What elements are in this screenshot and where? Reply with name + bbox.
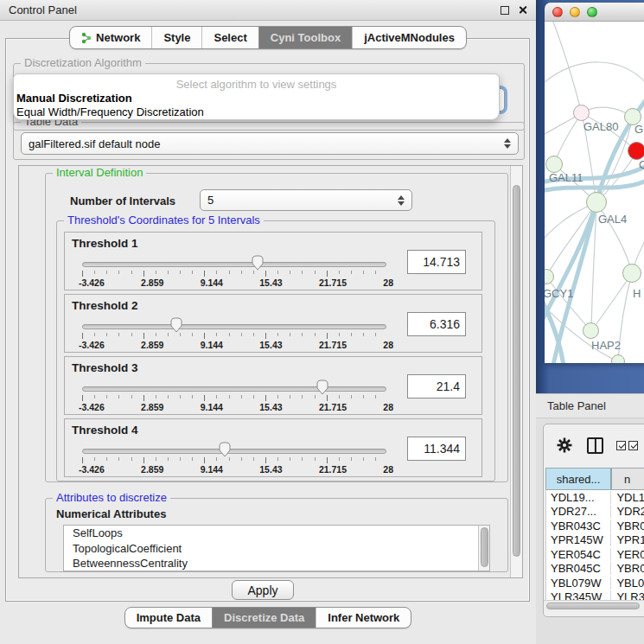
tab-jactivemnodules[interactable]: jActiveMNodules bbox=[352, 27, 466, 48]
slider-tick-labels: -3.4262.8599.14415.4321.71528 bbox=[79, 464, 393, 475]
list-item[interactable]: BetweennessCentrality bbox=[64, 556, 489, 571]
stepper-arrows-icon bbox=[499, 138, 511, 149]
tab-style[interactable]: Style bbox=[151, 27, 201, 48]
slider-tick-labels: -3.4262.8599.14415.4321.71528 bbox=[79, 277, 393, 288]
slider-ticks bbox=[82, 395, 386, 401]
list-item[interactable]: TopologicalCoefficient bbox=[64, 541, 489, 557]
zoom-traffic-light-icon[interactable] bbox=[587, 7, 597, 17]
node-attribute-table: shared... n YDL19...YDL1 YDR27...YDR2 YB… bbox=[545, 468, 644, 609]
cyni-mode-tab-bar: Impute Data Discretize Data Infer Networ… bbox=[0, 607, 536, 628]
combobox-value: 5 bbox=[207, 194, 214, 207]
settings-scroll-area: Interval Definition Number of Intervals … bbox=[18, 165, 523, 578]
float-window-icon[interactable] bbox=[501, 6, 509, 15]
table-panel-titlebar: Table Panel bbox=[536, 393, 644, 418]
tab-network[interactable]: Network bbox=[70, 27, 151, 48]
threshold-panel: Threshold 1 -3.4262.8599.14415.4321.7152… bbox=[64, 232, 482, 290]
table-row[interactable]: YPR145WYPR1 bbox=[546, 533, 644, 548]
table-body: YDL19...YDL1 YDR27...YDR2 YBR043CYBR0 YP… bbox=[545, 490, 644, 609]
checkbox-icon[interactable] bbox=[616, 441, 626, 450]
tab-label: Network bbox=[96, 31, 140, 44]
network-node[interactable] bbox=[622, 264, 641, 283]
group-label: Attributes to discretize bbox=[53, 492, 170, 504]
table-row[interactable]: YBL079WYBL0 bbox=[546, 576, 644, 590]
tab-impute-data[interactable]: Impute Data bbox=[125, 608, 212, 628]
minimize-traffic-light-icon[interactable] bbox=[570, 7, 580, 17]
list-item[interactable]: SelfLoops bbox=[64, 526, 489, 541]
slider-ticks bbox=[82, 333, 386, 339]
split-columns-icon[interactable] bbox=[587, 437, 603, 454]
tab-label: Style bbox=[163, 31, 190, 44]
threshold-value-field[interactable]: 6.316 bbox=[407, 312, 466, 336]
network-canvas[interactable]: GAL80 G C GAL11 GAL4 GCY1 H HAP2 bbox=[545, 22, 644, 363]
table-row[interactable]: YBR043CYBR0 bbox=[546, 519, 644, 533]
apply-button[interactable]: Apply bbox=[232, 580, 294, 600]
table-row[interactable]: YBR045CYBR0 bbox=[546, 562, 644, 577]
table-panel-body: shared... n YDL19...YDL1 YDR27...YDR2 YB… bbox=[543, 424, 644, 617]
checkbox-icon[interactable] bbox=[628, 441, 638, 450]
gear-icon[interactable] bbox=[556, 437, 573, 454]
slider-tick-labels: -3.4262.8599.14415.4321.71528 bbox=[79, 402, 393, 412]
slider-ticks bbox=[82, 457, 386, 463]
node-label: GCY1 bbox=[545, 287, 573, 300]
table-row[interactable]: YDL19...YDL1 bbox=[546, 490, 644, 505]
tab-label: Infer Network bbox=[328, 611, 399, 624]
slider-track[interactable] bbox=[82, 324, 386, 329]
table-panel-title: Table Panel bbox=[547, 399, 606, 412]
network-node-selected[interactable] bbox=[628, 142, 644, 160]
tab-discretize-data[interactable]: Discretize Data bbox=[212, 608, 316, 628]
network-node-gal4[interactable] bbox=[586, 192, 607, 213]
threshold-4-slider[interactable]: -3.4262.8599.14415.4321.71528 bbox=[82, 442, 386, 476]
network-node[interactable] bbox=[611, 354, 625, 363]
threshold-panel: Threshold 3 -3.4262.8599.14415.4321.7152… bbox=[64, 356, 482, 415]
node-label: GAL11 bbox=[549, 171, 583, 184]
slider-track[interactable] bbox=[82, 262, 386, 267]
table-row[interactable]: YDR27...YDR2 bbox=[546, 505, 644, 520]
column-header-name[interactable]: n bbox=[611, 468, 644, 490]
column-header-shared-name[interactable]: shared... bbox=[545, 468, 611, 490]
combobox-value: galFiltered.sif default node bbox=[29, 137, 160, 150]
threshold-value-field[interactable]: 11.344 bbox=[407, 437, 466, 461]
table-data-combobox[interactable]: galFiltered.sif default node bbox=[21, 132, 519, 155]
dropdown-option-equal-width-frequency[interactable]: Equal Width/Frequency Discretization bbox=[14, 105, 499, 119]
number-of-intervals-combobox[interactable]: 5 bbox=[200, 189, 412, 211]
threshold-1-slider[interactable]: -3.4262.8599.14415.4321.71528 bbox=[82, 255, 386, 290]
node-label: GAL80 bbox=[583, 120, 618, 133]
tab-cyni-toolbox[interactable]: Cyni Toolbox bbox=[258, 27, 352, 48]
threshold-value-field[interactable]: 14.713 bbox=[407, 250, 466, 274]
slider-track[interactable] bbox=[82, 386, 386, 392]
table-horizontal-scrollbar[interactable] bbox=[544, 600, 644, 611]
tab-select[interactable]: Select bbox=[201, 27, 258, 48]
tab-label: jActiveMNodules bbox=[364, 31, 455, 44]
slider-track[interactable] bbox=[82, 449, 386, 454]
numerical-attributes-list[interactable]: SelfLoops TopologicalCoefficient Between… bbox=[63, 525, 490, 571]
dropdown-option-manual-discretization[interactable]: Manual Discretization bbox=[14, 92, 499, 105]
tab-label: Cyni Toolbox bbox=[271, 31, 341, 44]
attributes-group: Attributes to discretize Numerical Attri… bbox=[45, 498, 508, 572]
threshold-label: Threshold 2 bbox=[72, 299, 138, 312]
slider-tick-labels: -3.4262.8599.14415.4321.71528 bbox=[79, 340, 393, 350]
threshold-3-slider[interactable]: -3.4262.8599.14415.4321.71528 bbox=[82, 379, 386, 414]
node-label: H bbox=[633, 287, 641, 300]
slider-ticks bbox=[82, 271, 386, 277]
threshold-label: Threshold 4 bbox=[72, 424, 138, 437]
node-label: GAL4 bbox=[598, 213, 627, 226]
network-node-hap2[interactable] bbox=[583, 322, 599, 339]
table-toolbar bbox=[544, 424, 644, 466]
network-node-gal11[interactable] bbox=[545, 156, 563, 173]
tab-infer-network[interactable]: Infer Network bbox=[316, 608, 411, 628]
algorithm-dropdown-popup: Select algorithm to view settings Manual… bbox=[13, 73, 500, 120]
node-label: C bbox=[639, 158, 644, 171]
threshold-value-field[interactable]: 21.4 bbox=[407, 374, 466, 399]
network-view-window: GAL80 G C GAL11 GAL4 GCY1 H HAP2 bbox=[545, 3, 644, 363]
threshold-2-slider[interactable]: -3.4262.8599.14415.4321.71528 bbox=[82, 317, 386, 352]
list-scrollbar[interactable] bbox=[478, 526, 489, 571]
close-icon[interactable] bbox=[518, 5, 527, 15]
network-node-gal80[interactable] bbox=[573, 105, 590, 121]
numerical-attributes-label: Numerical Attributes bbox=[56, 507, 166, 520]
close-traffic-light-icon[interactable] bbox=[552, 7, 563, 17]
table-row[interactable]: YER054CYER0 bbox=[546, 547, 644, 562]
screen: Control Panel Network Style Select Cyni … bbox=[0, 0, 644, 644]
threshold-label: Threshold 3 bbox=[72, 361, 138, 374]
settings-scrollbar[interactable] bbox=[510, 166, 522, 577]
control-panel-tab-bar: Network Style Select Cyni Toolbox jActiv… bbox=[0, 26, 536, 49]
